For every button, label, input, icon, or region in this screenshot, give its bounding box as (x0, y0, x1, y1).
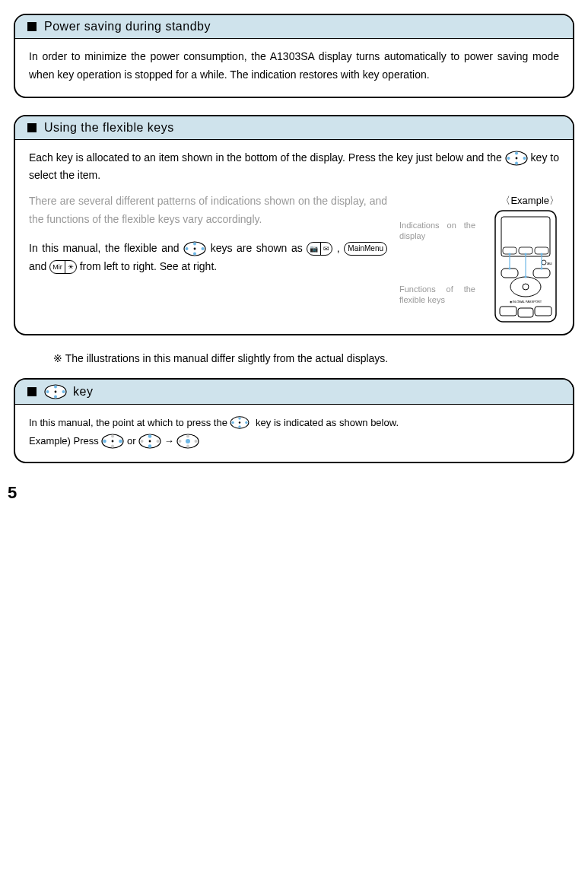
svg-point-53 (112, 440, 114, 443)
svg-point-37 (54, 386, 57, 389)
svg-point-11 (194, 248, 196, 250)
svg-point-38 (54, 396, 57, 399)
svg-rect-26 (518, 308, 533, 317)
page-number: 5 (8, 483, 17, 503)
manual-line: In this manual, the flexible and keys ar… (29, 240, 387, 276)
flex-aside: 〈Example〉 Indications on the display Fun… (399, 192, 559, 322)
text: In this manual, the flexible and (29, 242, 183, 254)
svg-point-62 (186, 445, 189, 448)
svg-point-31 (525, 253, 527, 256)
annotation-functions: Functions of the flexible keys (399, 284, 475, 306)
svg-point-35 (541, 268, 543, 270)
card-title: Using the flexible keys (44, 121, 174, 135)
pill-part: 📷 (307, 243, 321, 255)
pill-part: ✉ (321, 243, 332, 255)
svg-point-46 (246, 421, 248, 424)
svg-point-45 (232, 421, 234, 424)
header-icon-wrap: key (44, 384, 93, 399)
svg-text:◉ GLOBAL PASSPORT: ◉ GLOBAL PASSPORT (510, 300, 542, 304)
phone-illustration: au ◉ GLOBAL PASSPORT (492, 209, 559, 328)
svg-point-39 (46, 390, 49, 393)
annotation-indications: Indications on the display (399, 220, 475, 242)
text: or (127, 435, 138, 447)
text: from left to right. See at right. (80, 260, 218, 272)
flex-text-col: There are several different patterns of … (29, 192, 387, 322)
svg-point-4 (523, 157, 526, 160)
intro-line: Each key is allocated to an item shown i… (29, 149, 559, 186)
nav-key-left-right-icon (101, 434, 124, 449)
bullet-icon (27, 387, 37, 396)
pill-part: Mir (50, 261, 65, 273)
softkey-right-icon: Mir ☀ (49, 260, 77, 274)
nav-key-center-icon (176, 434, 199, 449)
svg-point-32 (541, 253, 543, 256)
softkey-left-icon: 📷 ✉ (307, 242, 332, 256)
softkey-center-icon: MainMenu (344, 242, 387, 256)
svg-rect-19 (501, 269, 518, 278)
svg-point-65 (186, 439, 190, 443)
card-header: Power saving during standby (15, 15, 573, 39)
bullet-icon (27, 22, 37, 31)
svg-point-3 (507, 157, 510, 160)
svg-point-55 (148, 434, 152, 438)
text: Each key is allocated to an item shown i… (29, 151, 505, 164)
svg-point-1 (515, 151, 518, 154)
svg-point-34 (525, 276, 527, 278)
svg-point-8 (193, 253, 196, 256)
svg-point-56 (148, 444, 152, 448)
svg-point-49 (111, 435, 114, 438)
svg-rect-24 (500, 307, 516, 316)
text: keys are shown as (211, 242, 307, 254)
svg-point-58 (157, 440, 160, 443)
line2: Example) Press or (29, 432, 559, 450)
svg-rect-20 (533, 269, 550, 278)
svg-point-44 (239, 425, 241, 428)
card-body: In order to minimize the power consumpti… (15, 39, 573, 97)
card-title: Power saving during standby (44, 20, 211, 33)
svg-point-43 (239, 417, 241, 419)
svg-point-51 (103, 440, 107, 443)
svg-point-22 (523, 284, 529, 290)
svg-point-7 (193, 243, 196, 246)
nav-key-icon (44, 384, 67, 399)
example-label: 〈Example〉 (399, 192, 559, 209)
card-title: key (73, 385, 93, 399)
text: key is indicated as shown below. (256, 417, 399, 428)
arrow-text: → (164, 435, 177, 447)
svg-point-63 (179, 440, 182, 443)
card-flexible-keys: Using the flexible keys Each key is allo… (14, 115, 574, 336)
card-header: key (15, 380, 573, 405)
card-header: Using the flexible keys (15, 116, 573, 140)
svg-point-10 (202, 247, 205, 250)
svg-rect-25 (535, 307, 551, 316)
card-power-saving: Power saving during standby In order to … (14, 14, 574, 98)
line1: In this manual, the point at which to pr… (29, 414, 559, 431)
gray-note: There are several different patterns of … (29, 192, 387, 229)
svg-point-41 (55, 391, 57, 393)
nav-key-icon (505, 151, 528, 166)
svg-point-57 (141, 440, 144, 443)
svg-text:au: au (547, 261, 552, 265)
nav-key-up-down-icon (138, 434, 161, 449)
svg-point-47 (239, 421, 240, 423)
text: In this manual, the point at which to pr… (29, 417, 230, 428)
svg-point-61 (186, 435, 189, 438)
body-text: In order to minimize the power consumpti… (29, 50, 559, 81)
text: , (337, 242, 344, 254)
svg-point-52 (119, 440, 123, 443)
svg-point-50 (111, 445, 114, 448)
svg-point-33 (509, 268, 511, 270)
svg-point-64 (195, 440, 198, 443)
flex-layout: There are several different patterns of … (29, 192, 559, 322)
text: Example) Press (29, 435, 101, 447)
text: and (29, 260, 49, 272)
nav-key-icon (183, 241, 206, 256)
svg-point-30 (509, 253, 511, 256)
svg-point-59 (149, 440, 151, 443)
card-nav-key: key In this manual, the point at which t… (14, 378, 574, 463)
svg-point-9 (186, 247, 189, 250)
pill-part: ☀ (65, 261, 76, 273)
svg-point-5 (515, 157, 517, 159)
bullet-icon (27, 123, 37, 132)
svg-point-40 (62, 390, 65, 393)
